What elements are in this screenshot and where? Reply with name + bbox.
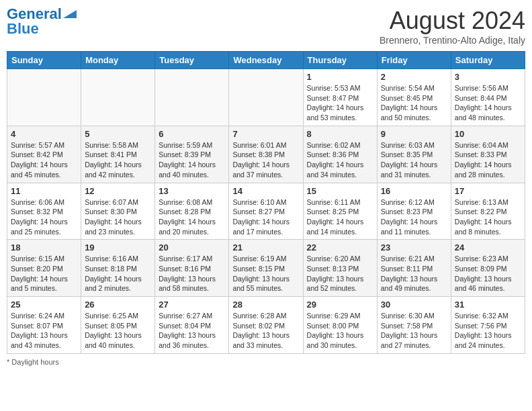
title-block: August 2024 Brennero, Trentino-Alto Adig…	[380, 7, 525, 46]
day-info: Sunrise: 6:32 AMSunset: 7:56 PMDaylight:…	[455, 311, 521, 351]
day-info: Sunrise: 6:17 AMSunset: 8:16 PMDaylight:…	[159, 254, 225, 293]
day-info: Sunrise: 6:03 AMSunset: 8:35 PMDaylight:…	[381, 140, 447, 180]
calendar-cell: 10Sunrise: 6:04 AMSunset: 8:33 PMDayligh…	[451, 126, 525, 183]
calendar-cell: 21Sunrise: 6:19 AMSunset: 8:15 PMDayligh…	[229, 240, 303, 297]
day-info: Sunrise: 6:23 AMSunset: 8:09 PMDaylight:…	[455, 254, 521, 293]
day-number: 22	[307, 242, 373, 253]
day-info: Sunrise: 5:56 AMSunset: 8:44 PMDaylight:…	[455, 83, 521, 123]
day-info: Sunrise: 6:08 AMSunset: 8:28 PMDaylight:…	[159, 197, 225, 237]
calendar-cell: 17Sunrise: 6:13 AMSunset: 8:22 PMDayligh…	[451, 183, 525, 240]
calendar-week-row: 18Sunrise: 6:15 AMSunset: 8:20 PMDayligh…	[7, 240, 525, 297]
day-number: 23	[381, 242, 447, 253]
day-info: Sunrise: 6:15 AMSunset: 8:20 PMDaylight:…	[11, 254, 77, 293]
dow-header: Monday	[81, 52, 155, 69]
day-number: 6	[159, 129, 225, 139]
day-info: Sunrise: 5:58 AMSunset: 8:41 PMDaylight:…	[85, 140, 151, 180]
day-number: 4	[11, 129, 77, 139]
calendar-cell	[155, 69, 229, 126]
month-title: August 2024	[380, 7, 525, 35]
day-info: Sunrise: 6:11 AMSunset: 8:25 PMDaylight:…	[307, 197, 373, 237]
footer-note: * Daylight hours	[7, 358, 525, 366]
calendar-cell: 5Sunrise: 5:58 AMSunset: 8:41 PMDaylight…	[81, 126, 155, 183]
day-number: 15	[307, 186, 373, 196]
logo: General Blue	[7, 7, 77, 36]
day-info: Sunrise: 5:53 AMSunset: 8:47 PMDaylight:…	[307, 83, 373, 123]
day-number: 1	[307, 72, 373, 82]
calendar-cell	[229, 69, 303, 126]
logo-text: General	[7, 7, 62, 21]
day-info: Sunrise: 6:24 AMSunset: 8:07 PMDaylight:…	[11, 311, 77, 351]
day-number: 26	[85, 300, 151, 310]
calendar-week-row: 11Sunrise: 6:06 AMSunset: 8:32 PMDayligh…	[7, 183, 525, 240]
day-number: 31	[455, 300, 521, 310]
calendar-cell	[81, 69, 155, 126]
calendar-header: SundayMondayTuesdayWednesdayThursdayFrid…	[7, 52, 525, 69]
logo-blue-text: Blue	[7, 21, 39, 36]
calendar-week-row: 1Sunrise: 5:53 AMSunset: 8:47 PMDaylight…	[7, 69, 525, 126]
logo-icon	[63, 10, 77, 18]
day-number: 3	[455, 72, 521, 82]
day-info: Sunrise: 6:25 AMSunset: 8:05 PMDaylight:…	[85, 311, 151, 351]
calendar-cell: 24Sunrise: 6:23 AMSunset: 8:09 PMDayligh…	[451, 240, 525, 297]
calendar-cell: 27Sunrise: 6:27 AMSunset: 8:04 PMDayligh…	[155, 297, 229, 354]
dow-header: Wednesday	[229, 52, 303, 69]
calendar-cell: 16Sunrise: 6:12 AMSunset: 8:23 PMDayligh…	[377, 183, 451, 240]
location: Brennero, Trentino-Alto Adige, Italy	[380, 35, 525, 46]
day-info: Sunrise: 6:28 AMSunset: 8:02 PMDaylight:…	[232, 311, 299, 351]
day-number: 25	[11, 300, 77, 310]
day-info: Sunrise: 6:16 AMSunset: 8:18 PMDaylight:…	[85, 254, 151, 293]
day-number: 5	[85, 129, 151, 139]
day-info: Sunrise: 6:04 AMSunset: 8:33 PMDaylight:…	[455, 140, 521, 180]
calendar-cell: 29Sunrise: 6:29 AMSunset: 8:00 PMDayligh…	[303, 297, 377, 354]
calendar-cell: 30Sunrise: 6:30 AMSunset: 7:58 PMDayligh…	[377, 297, 451, 354]
day-number: 27	[159, 300, 225, 310]
day-number: 29	[307, 300, 373, 310]
svg-marker-0	[63, 10, 77, 18]
day-info: Sunrise: 6:19 AMSunset: 8:15 PMDaylight:…	[232, 254, 299, 293]
day-number: 21	[232, 242, 299, 253]
day-number: 20	[159, 242, 225, 253]
day-number: 16	[381, 186, 447, 196]
day-info: Sunrise: 5:54 AMSunset: 8:45 PMDaylight:…	[381, 83, 447, 123]
day-info: Sunrise: 6:20 AMSunset: 8:13 PMDaylight:…	[307, 254, 373, 293]
day-number: 14	[232, 186, 299, 196]
calendar-cell: 6Sunrise: 5:59 AMSunset: 8:39 PMDaylight…	[155, 126, 229, 183]
day-number: 17	[455, 186, 521, 196]
calendar-cell: 23Sunrise: 6:21 AMSunset: 8:11 PMDayligh…	[377, 240, 451, 297]
calendar-cell	[7, 69, 81, 126]
calendar-cell: 14Sunrise: 6:10 AMSunset: 8:27 PMDayligh…	[229, 183, 303, 240]
calendar-cell: 13Sunrise: 6:08 AMSunset: 8:28 PMDayligh…	[155, 183, 229, 240]
day-info: Sunrise: 6:02 AMSunset: 8:36 PMDaylight:…	[307, 140, 373, 180]
day-info: Sunrise: 6:27 AMSunset: 8:04 PMDaylight:…	[159, 311, 225, 351]
day-number: 2	[381, 72, 447, 82]
calendar-week-row: 4Sunrise: 5:57 AMSunset: 8:42 PMDaylight…	[7, 126, 525, 183]
day-info: Sunrise: 6:07 AMSunset: 8:30 PMDaylight:…	[85, 197, 151, 237]
calendar-cell: 28Sunrise: 6:28 AMSunset: 8:02 PMDayligh…	[229, 297, 303, 354]
day-number: 13	[159, 186, 225, 196]
day-info: Sunrise: 5:57 AMSunset: 8:42 PMDaylight:…	[11, 140, 77, 180]
day-info: Sunrise: 6:01 AMSunset: 8:38 PMDaylight:…	[232, 140, 299, 180]
day-number: 18	[11, 242, 77, 253]
dow-header: Tuesday	[155, 52, 229, 69]
day-number: 7	[232, 129, 299, 139]
calendar-cell: 31Sunrise: 6:32 AMSunset: 7:56 PMDayligh…	[451, 297, 525, 354]
calendar-cell: 3Sunrise: 5:56 AMSunset: 8:44 PMDaylight…	[451, 69, 525, 126]
day-info: Sunrise: 5:59 AMSunset: 8:39 PMDaylight:…	[159, 140, 225, 180]
day-info: Sunrise: 6:06 AMSunset: 8:32 PMDaylight:…	[11, 197, 77, 237]
calendar-cell: 11Sunrise: 6:06 AMSunset: 8:32 PMDayligh…	[7, 183, 81, 240]
dow-header: Friday	[377, 52, 451, 69]
day-number: 24	[455, 242, 521, 253]
day-number: 9	[381, 129, 447, 139]
calendar-cell: 9Sunrise: 6:03 AMSunset: 8:35 PMDaylight…	[377, 126, 451, 183]
day-info: Sunrise: 6:29 AMSunset: 8:00 PMDaylight:…	[307, 311, 373, 351]
calendar-cell: 8Sunrise: 6:02 AMSunset: 8:36 PMDaylight…	[303, 126, 377, 183]
calendar-cell: 15Sunrise: 6:11 AMSunset: 8:25 PMDayligh…	[303, 183, 377, 240]
day-number: 19	[85, 242, 151, 253]
dow-header: Thursday	[303, 52, 377, 69]
calendar-cell: 12Sunrise: 6:07 AMSunset: 8:30 PMDayligh…	[81, 183, 155, 240]
calendar-week-row: 25Sunrise: 6:24 AMSunset: 8:07 PMDayligh…	[7, 297, 525, 354]
day-info: Sunrise: 6:13 AMSunset: 8:22 PMDaylight:…	[455, 197, 521, 237]
day-info: Sunrise: 6:10 AMSunset: 8:27 PMDaylight:…	[232, 197, 299, 237]
day-number: 10	[455, 129, 521, 139]
calendar-cell: 1Sunrise: 5:53 AMSunset: 8:47 PMDaylight…	[303, 69, 377, 126]
